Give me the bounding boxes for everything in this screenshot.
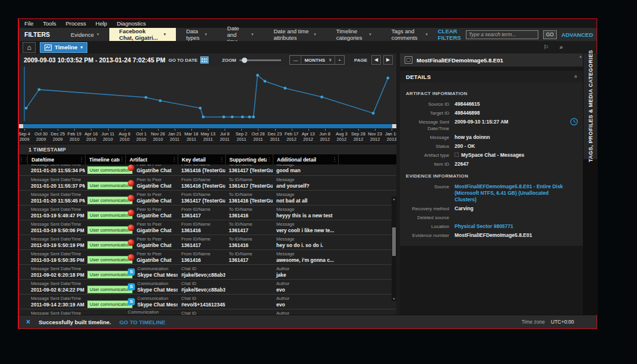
table-row[interactable]: Message Sent Date/TimeCommunicationChat … — [19, 309, 396, 315]
detail-field-label: Message — [400, 134, 455, 141]
detail-field-value[interactable]: Physical Sector 9805771 — [455, 223, 513, 230]
gigatribe-icon — [128, 210, 134, 216]
table-row[interactable]: Message Sent Date/Time2011-09-02 6:24:22… — [19, 280, 396, 295]
column-menu-icon[interactable]: ⋮ — [267, 157, 272, 162]
column-header-additional-detail[interactable]: Additional detail⋮ — [273, 154, 338, 164]
cell-additional-detail-value: awesome, i'm gonna c... — [276, 257, 338, 264]
cell-datetime-label: Message Sent Date/Time — [31, 221, 85, 227]
scrollbar-right-handle[interactable] — [392, 124, 396, 128]
axis-tick — [141, 129, 142, 131]
cell-supporting-detail: To ID/Name1361416 (TesterGuy1) — [225, 191, 273, 205]
home-button[interactable]: ⌂ — [23, 42, 36, 53]
collapse-panel-icon[interactable]: » — [559, 44, 562, 50]
filter-dropdown-tags-and-comments[interactable]: Tags and comments▾ — [381, 28, 438, 41]
column-menu-icon[interactable]: ⋮ — [332, 157, 337, 162]
collapse-section-icon[interactable]: « — [572, 75, 578, 78]
table-row[interactable]: Message Sent Date/Time2011-03-19 5:50:35… — [19, 250, 396, 265]
column-menu-icon[interactable]: ⋮ — [119, 157, 124, 162]
cell-timeline-category: User communication — [85, 265, 125, 279]
details-section-bar[interactable]: DETAILS « — [400, 71, 583, 83]
axis-tick — [158, 129, 159, 131]
cell-additional-detail-value: not bad at all — [276, 198, 338, 204]
scroll-down-icon[interactable]: ▼ — [392, 297, 396, 300]
calendar-icon[interactable] — [200, 56, 209, 64]
timeline-view-button[interactable]: Timeline ▾ — [40, 42, 87, 53]
clear-filters-link[interactable]: CLEAR FILTERS — [438, 28, 461, 41]
detail-field-value: MostFinalIEFDemoImage5.8.E01 — [455, 232, 532, 239]
filter-dropdown-data-types[interactable]: Data types▾ — [176, 28, 217, 41]
filter-dropdown-date-and-time-attributes[interactable]: Date and time attributes▾ — [263, 28, 326, 41]
scroll-up-icon[interactable]: ▲ — [392, 197, 396, 201]
cell-supporting-detail-value: 1361417 — [229, 257, 273, 264]
table-row[interactable]: Message Sent Date/Time2011-03-19 5:49:47… — [19, 205, 396, 220]
interval-plus-button[interactable]: + — [335, 56, 344, 64]
table-row[interactable]: Message Sent Date/Time2011-01-20 11:55:3… — [19, 164, 396, 176]
column-header-date-time[interactable]: Date/time⋮ — [27, 154, 85, 164]
column-header-supporting-detail[interactable]: Supporting detail⋮ — [225, 154, 273, 164]
cell-key-detail-label: Chat ID — [181, 296, 225, 302]
advanced-search-link[interactable]: ADVANCED — [562, 31, 593, 38]
table-row[interactable]: Message Sent Date/Time2011-03-19 5:50:19… — [19, 235, 396, 250]
pin-icon[interactable]: ⚐ — [543, 44, 548, 50]
go-to-date-control[interactable]: GO TO DATE — [168, 56, 209, 64]
menu-item-tools[interactable]: Tools — [43, 20, 56, 27]
scrollbar-range[interactable] — [19, 124, 396, 128]
column-menu-icon[interactable]: ⋮ — [172, 157, 176, 162]
table-vertical-scrollbar[interactable]: ▲ ▼ — [392, 197, 396, 301]
cell-additional-detail-label: Message — [276, 192, 338, 198]
column-menu-icon[interactable]: ⋮ — [79, 157, 84, 162]
active-filter-chip[interactable]: Facebook Chat, Gigatri...▾ — [109, 28, 176, 41]
panel-scroll-up-icon[interactable]: ▲ — [579, 55, 582, 58]
search-input[interactable] — [466, 30, 538, 39]
cell-supporting-detail-label: To ID/Name — [229, 177, 273, 183]
scrollbar-left-handle[interactable] — [19, 124, 23, 128]
cell-datetime-label: Message Sent Date/Time — [31, 177, 85, 183]
search-go-button[interactable]: GO — [543, 30, 557, 39]
timeline-range-scrollbar[interactable] — [19, 124, 396, 129]
header-grip-icon[interactable]: ⋮⋮ — [19, 157, 27, 162]
menu-item-help[interactable]: Help — [96, 20, 108, 27]
cell-key-detail-label: From ID/Name — [181, 207, 225, 213]
filter-dropdown-timeline-categories[interactable]: Timeline categories▾ — [326, 28, 381, 41]
column-header-artifact[interactable]: Artifact⋮ — [125, 154, 178, 164]
axis-tick — [308, 129, 309, 131]
filter-label: Evidence — [71, 31, 94, 38]
timeline-chart[interactable] — [19, 67, 396, 124]
column-header-timeline-category[interactable]: Timeline category⋮ — [85, 154, 125, 164]
scrollbar-thumb[interactable] — [392, 227, 396, 256]
table-row[interactable]: Message Sent Date/Time2011-09-02 6:20:18… — [19, 265, 396, 280]
page-next-button[interactable]: ▶ — [383, 55, 393, 65]
menu-item-diagnostics[interactable]: Diagnostics — [116, 20, 146, 27]
close-notification-icon[interactable]: × — [26, 318, 30, 326]
zoom-slider-thumb[interactable] — [242, 58, 247, 63]
zoom-slider[interactable] — [239, 59, 281, 61]
menu-item-process[interactable]: Process — [66, 20, 86, 27]
filter-bar-right: CLEAR FILTERS GO ADVANCED — [438, 28, 597, 41]
cell-key-detail: Chat ID#jake/$evo;c88ab3bc9... — [178, 280, 225, 294]
table-row[interactable]: Message Sent Date/Time2011-03-19 5:50:06… — [19, 220, 396, 235]
menu-item-file[interactable]: File — [24, 20, 33, 27]
filter-dropdown-evidence[interactable]: Evidence▾ — [61, 28, 109, 41]
table-row[interactable]: Message Sent Date/Time2011-09-14 2:30:19… — [19, 295, 396, 309]
cell-additional-detail-value: good man — [276, 167, 338, 174]
detail-field-value[interactable]: MostFinalIEFDemoImage5.8.E01 - Entire Di… — [455, 183, 571, 203]
go-to-timeline-link[interactable]: GO TO TIMELINE — [119, 319, 165, 325]
interval-select[interactable]: MONTHS ∨ — [301, 56, 335, 64]
column-menu-icon[interactable]: ⋮ — [219, 157, 224, 162]
cell-datetime: Message Sent Date/Time2011-03-19 5:50:19… — [27, 235, 85, 249]
interval-value: MONTHS — [304, 58, 325, 63]
artifact-text: Peer to PeerGigatribe Chat — [137, 207, 172, 219]
column-header-key-detail[interactable]: Key detail⋮ — [178, 154, 225, 164]
tab-tags-profiles-media-categories[interactable]: TAGS, PROFILES & MEDIA CATEGORIES — [584, 53, 597, 159]
column-header-filler — [338, 154, 396, 164]
filter-dropdown-date-and-time[interactable]: Date and time▾ — [217, 28, 263, 41]
axis-tick — [225, 129, 225, 131]
interval-minus-button[interactable]: — — [290, 56, 301, 64]
table-row[interactable]: Message Sent Date/Time2011-01-20 11:55:3… — [19, 176, 396, 191]
table-row[interactable]: Message Sent Date/Time2011-01-20 11:55:4… — [19, 191, 396, 205]
page-previous-button[interactable]: ◀ — [371, 55, 381, 65]
cell-datetime-value: 2011-03-19 5:50:35 PM — [31, 257, 85, 264]
clock-icon[interactable] — [570, 118, 578, 128]
page-control: PAGE ◀ ▶ — [354, 55, 393, 65]
filter-bar: FILTERS Evidence▾Facebook Chat, Gigatri.… — [19, 28, 597, 41]
